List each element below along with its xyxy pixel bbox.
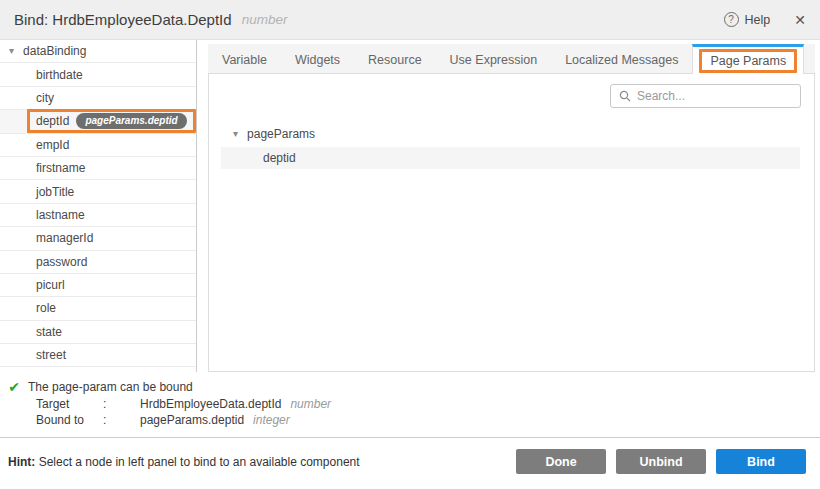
status-row-label: Target <box>36 397 103 413</box>
sidebar-item-inner: state <box>36 325 62 339</box>
sidebar-item-inner: deptId pageParams.deptid <box>27 109 196 133</box>
sidebar-item-inner: managerId <box>36 231 93 245</box>
status-message-row: ✔ The page-param can be bound <box>0 380 820 395</box>
sidebar-item[interactable]: firstname <box>0 157 196 180</box>
search-row <box>209 74 814 108</box>
sidebar-item[interactable]: jobTitle <box>0 180 196 203</box>
status-detail-rows: Target : HrdbEmployeeData.deptId number … <box>36 397 820 428</box>
chevron-down-icon: ▾ <box>9 46 14 56</box>
tree-node-pageparams[interactable]: ▾ pageParams <box>209 123 814 145</box>
status-detail-row: Bound to : pageParams.deptid integer <box>36 413 820 429</box>
sidebar-item[interactable]: role <box>0 297 196 320</box>
sidebar-item[interactable]: street <box>0 344 196 367</box>
tab[interactable]: Use Expression <box>436 44 552 73</box>
sidebar-item-inner: role <box>36 301 56 315</box>
sidebar-item-label: street <box>36 348 66 362</box>
tab-label: Localized Messages <box>565 53 678 67</box>
sidebar-item[interactable]: state <box>0 321 196 344</box>
sidebar-item-label: birthdate <box>36 68 83 82</box>
tree-root-label: dataBinding <box>23 44 86 58</box>
tab-content-panel: ▾ pageParams deptid <box>208 74 815 372</box>
sidebar-item-label: firstname <box>36 161 85 175</box>
dialog-body: ▾ dataBinding birthdate city <box>0 40 820 372</box>
sidebar-item[interactable]: password <box>0 251 196 274</box>
sidebar-item[interactable]: city <box>0 87 196 110</box>
sidebar-item-inner: street <box>36 348 66 362</box>
sidebar-item-inner: empId <box>36 138 69 152</box>
tab[interactable]: Resource <box>354 44 436 73</box>
tab-label: Variable <box>222 53 267 67</box>
tab-label: Page Params <box>699 49 797 73</box>
tab[interactable]: Page Params <box>692 44 804 74</box>
hint-text: Hint: Select a node in left panel to bin… <box>8 455 360 469</box>
tab[interactable]: Variable <box>208 44 281 73</box>
main-panel: Variable Widgets Resource Use Expression <box>208 40 815 372</box>
tab[interactable]: Localized Messages <box>551 44 692 73</box>
sidebar-item-inner: lastname <box>36 208 85 222</box>
sidebar-item-list: birthdate city deptId <box>0 63 196 372</box>
sidebar-item[interactable]: birthdate <box>0 63 196 86</box>
hint-label: Hint: <box>8 455 35 469</box>
sidebar-item[interactable]: empId <box>0 134 196 157</box>
sidebar-item-label: empId <box>36 138 69 152</box>
status-row-value: pageParams.deptid <box>140 413 244 429</box>
binding-status: ✔ The page-param can be bound Target : H… <box>0 372 820 437</box>
status-message: The page-param can be bound <box>28 380 193 394</box>
hint-body: Select a node in left panel to bind to a… <box>35 455 359 469</box>
footer-button[interactable]: Unbind <box>616 449 706 474</box>
sidebar-item-label: role <box>36 301 56 315</box>
status-row-colon: : <box>103 413 140 429</box>
sidebar-item[interactable]: deptId pageParams.deptid <box>0 110 196 133</box>
status-row-value: HrdbEmployeeData.deptId <box>140 397 281 413</box>
chevron-down-icon: ▾ <box>233 129 238 139</box>
tree-node-label: pageParams <box>247 127 315 141</box>
close-icon[interactable]: ✕ <box>794 13 806 27</box>
status-row-colon: : <box>103 397 140 413</box>
sidebar-item[interactable]: lastname <box>0 204 196 227</box>
tree-children: deptid <box>209 147 814 169</box>
status-row-datatype: number <box>290 397 331 413</box>
search-icon <box>619 90 631 102</box>
sidebar-item-inner: jobTitle <box>36 185 74 199</box>
tree-node-label: deptid <box>263 151 296 165</box>
sidebar-item-label: jobTitle <box>36 185 74 199</box>
help-button[interactable]: ? Help <box>724 12 771 27</box>
sidebar-item-label: password <box>36 255 87 269</box>
tab-label: Use Expression <box>450 53 538 67</box>
sidebar-item-label: picurl <box>36 278 65 292</box>
sidebar-item-label: managerId <box>36 231 93 245</box>
sidebar-item-label: state <box>36 325 62 339</box>
data-binding-tree: ▾ dataBinding birthdate city <box>0 40 197 372</box>
dialog-title: Bind: HrdbEmployeeData.DeptId <box>14 11 232 28</box>
tree-node-child[interactable]: deptid <box>221 147 800 169</box>
sidebar-item-label: deptId <box>36 114 69 128</box>
dialog-header: Bind: HrdbEmployeeData.DeptId number ? H… <box>0 0 820 40</box>
sidebar-item-inner: city <box>36 91 54 105</box>
tab-label: Widgets <box>295 53 340 67</box>
dialog-footer: Hint: Select a node in left panel to bin… <box>0 437 820 489</box>
sidebar-item[interactable]: picurl <box>0 274 196 297</box>
binding-badge: pageParams.deptid <box>76 113 186 129</box>
footer-buttons: Done Unbind Bind <box>516 449 806 474</box>
help-label: Help <box>745 13 771 27</box>
tab-label: Resource <box>368 53 422 67</box>
status-detail-row: Target : HrdbEmployeeData.deptId number <box>36 397 820 413</box>
footer-button[interactable]: Done <box>516 449 606 474</box>
sidebar-item[interactable]: managerId <box>0 227 196 250</box>
search-box[interactable] <box>610 84 801 108</box>
footer-button[interactable]: Bind <box>716 449 806 474</box>
sidebar-item-label: lastname <box>36 208 85 222</box>
help-icon: ? <box>724 12 739 27</box>
tab[interactable]: Widgets <box>281 44 354 73</box>
sidebar-item-label: city <box>36 91 54 105</box>
status-row-label: Bound to <box>36 413 103 429</box>
status-row-datatype: integer <box>253 413 290 429</box>
sidebar-item-inner: password <box>36 255 87 269</box>
sidebar-item-inner: firstname <box>36 161 85 175</box>
tree-root-databinding[interactable]: ▾ dataBinding <box>0 40 196 63</box>
sidebar-item-inner: birthdate <box>36 68 83 82</box>
search-input[interactable] <box>637 89 792 103</box>
sidebar-item-inner: picurl <box>36 278 65 292</box>
tab-bar: Variable Widgets Resource Use Expression <box>208 44 815 74</box>
page-params-tree: ▾ pageParams deptid <box>209 123 814 169</box>
